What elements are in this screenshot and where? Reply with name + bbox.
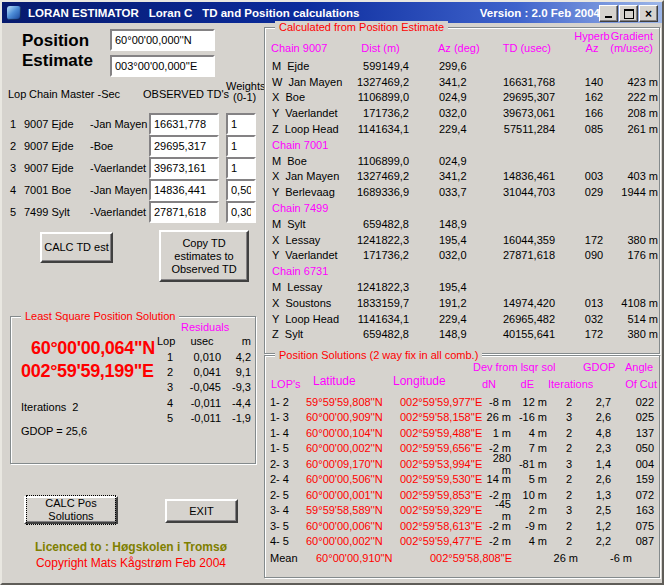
station-dist: 1327469,2 xyxy=(356,76,409,88)
observed-td-input[interactable] xyxy=(149,113,219,135)
solution-iterations: 2 xyxy=(547,442,591,454)
solution-latitude: 60°00'00,006''N xyxy=(306,520,400,532)
station-hyperb-az: 140 xyxy=(572,76,616,88)
close-button[interactable]: × xyxy=(639,5,658,22)
exit-button[interactable]: EXIT xyxy=(165,499,238,523)
observed-header-td: OBSERVED TD's xyxy=(143,88,229,100)
residual-usec: 0,010 xyxy=(183,351,221,363)
calculated-from-estimate-group: Calculated from Position Estimate Chain … xyxy=(264,27,660,354)
residual-usec: 0,041 xyxy=(183,366,221,378)
solution-iterations: 3 xyxy=(547,411,591,423)
station-az: 148,9 xyxy=(439,218,479,230)
least-square-group: Least Square Position Solution 60°00'00,… xyxy=(10,316,256,464)
observed-td-input[interactable] xyxy=(149,201,219,223)
observed-td-input[interactable] xyxy=(149,135,219,157)
calculated-row: Y Vaerlandet 171736,2 032,0 39673,061 16… xyxy=(266,105,658,121)
residual-usec: -0,045 xyxy=(183,381,221,393)
weight-input[interactable] xyxy=(226,113,256,135)
station-name: M Lessay xyxy=(272,281,356,293)
calc-pos-solutions-button[interactable]: CALC Pos Solutions xyxy=(24,496,118,524)
lop-number: 2 xyxy=(10,140,24,152)
solution-latitude: 60°00'00,104''N xyxy=(306,427,400,439)
solution-gdop: 2,2 xyxy=(591,535,611,547)
weight-input[interactable] xyxy=(226,201,256,223)
solution-angle-of-cut: 025 xyxy=(611,411,654,423)
solution-iterations: 2 xyxy=(547,427,591,439)
station-name: Y Berlevaag xyxy=(272,186,356,198)
station-td: 26965,482 xyxy=(482,313,555,325)
copy-td-button[interactable]: Copy TD estimates to Observed TD xyxy=(159,230,249,282)
station-az: 341,2 xyxy=(439,170,479,182)
station-gradient: 176 m xyxy=(616,249,658,261)
lop-number: 1 xyxy=(10,118,24,130)
station-dist: 1241822,3 xyxy=(356,281,409,293)
header-de: dE xyxy=(507,378,534,390)
weight-input[interactable] xyxy=(226,157,256,179)
gdop-label: GDOP = 25,6 xyxy=(21,425,87,437)
station-td: 29695,307 xyxy=(482,91,555,103)
solution-de: 5 m xyxy=(511,473,547,485)
solution-gdop: 2,5 xyxy=(591,504,611,516)
solution-latitude: 60°00'00,002''N xyxy=(306,442,400,454)
solution-lops: 1- 2 xyxy=(270,396,300,408)
station-az: 148,9 xyxy=(439,328,479,340)
solution-lops: 2- 3 xyxy=(270,458,300,470)
mean-latitude: 60°00'00,910"N xyxy=(316,552,416,564)
solution-angle-of-cut: 163 xyxy=(611,504,654,516)
station-hyperb-az: 003 xyxy=(572,170,616,182)
solution-dn: -8 m xyxy=(484,396,511,408)
solution-latitude: 59°59'58,589''N xyxy=(306,504,400,516)
residuals-table: 1 0,010 4,2 2 0,041 9,1 3 -0,045 -9,3 xyxy=(157,349,251,426)
solution-de: -9 m xyxy=(511,520,547,532)
position-estimate-label: Position Estimate xyxy=(22,31,93,71)
solution-iterations: 2 xyxy=(547,535,591,547)
station-name: Chain 7499 xyxy=(272,202,356,214)
station-hyperb-az: 090 xyxy=(572,249,616,261)
solution-dn: 26 m xyxy=(484,411,511,423)
header-latitude: Latitude xyxy=(313,374,356,388)
weight-input[interactable] xyxy=(226,179,256,201)
station-name: Z Sylt xyxy=(272,328,356,340)
solution-row: 1- 2 59°59'59,808''N 002°59'59,977''E -8… xyxy=(266,394,658,410)
close-icon: × xyxy=(645,9,652,19)
app-window: LORAN ESTIMATOR Loran C TD and Position … xyxy=(0,0,664,585)
licence-text: Licenced to : Høgskolen i Tromsø xyxy=(2,540,260,554)
solution-angle-of-cut: 004 xyxy=(611,458,654,470)
solution-iterations: 2 xyxy=(547,520,591,532)
position-estimate-latitude-input[interactable] xyxy=(110,29,215,51)
header-dist: Dist (m) xyxy=(353,42,408,54)
station-dist: 1141634,1 xyxy=(356,313,409,325)
position-estimate-longitude-input[interactable] xyxy=(110,55,215,77)
header-iterations: Iterations xyxy=(548,378,593,390)
residual-m: 4,2 xyxy=(221,351,251,363)
station-name: X Soustons xyxy=(272,297,356,309)
weight-input[interactable] xyxy=(226,135,256,157)
titlebar-subtitle: TD and Position calculations xyxy=(202,7,359,19)
calculated-row: X Lessay 1241822,3 195,4 16044,359 172 3… xyxy=(266,232,658,248)
minimize-button[interactable] xyxy=(599,5,618,22)
header-dn: dN xyxy=(469,378,496,390)
maximize-button[interactable] xyxy=(619,5,638,22)
solution-angle-of-cut: 022 xyxy=(611,396,654,408)
residual-lop: 1 xyxy=(157,351,183,363)
calculated-row: M Sylt 659482,8 148,9 xyxy=(266,216,658,232)
header-gradient-unit: (m/usec) xyxy=(595,42,653,54)
observed-td-input[interactable] xyxy=(149,157,219,179)
calculated-row: Y Loop Head 1141634,1 229,4 26965,482 03… xyxy=(266,311,658,327)
solution-iterations: 2 xyxy=(547,489,591,501)
solution-gdop: 1,3 xyxy=(591,489,611,501)
station-dist: 1833159,7 xyxy=(356,297,409,309)
solution-lops: 4- 5 xyxy=(270,535,300,547)
calc-td-button[interactable]: CALC TD est xyxy=(40,232,113,263)
solution-latitude: 60°00'09,170''N xyxy=(306,458,400,470)
calculated-row: X Boe 1106899,0 024,9 29695,307 162 222 … xyxy=(266,90,658,106)
calculated-row: M Boe 1106899,0 024,9 xyxy=(266,153,658,169)
station-name: X Boe xyxy=(272,91,356,103)
chain-master-label: 9007 Ejde xyxy=(24,140,90,152)
solution-dn: 14 m xyxy=(484,473,511,485)
station-name: Z Loop Head xyxy=(272,123,356,135)
station-dist: 1141634,1 xyxy=(356,123,409,135)
solution-dn: 280 m xyxy=(484,452,511,476)
station-gradient: 222 m xyxy=(616,91,658,103)
observed-td-input[interactable] xyxy=(149,179,219,201)
